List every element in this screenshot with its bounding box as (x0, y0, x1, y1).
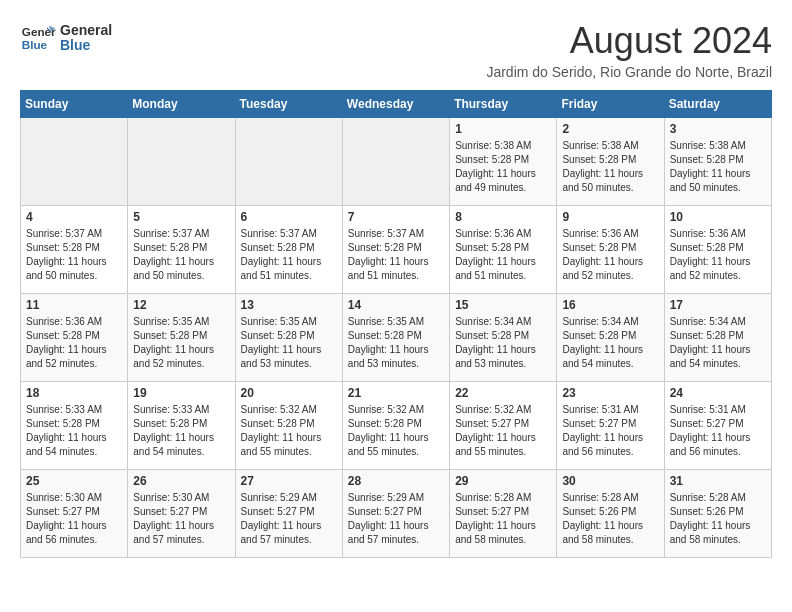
calendar-cell (342, 118, 449, 206)
calendar-cell: 28Sunrise: 5:29 AMSunset: 5:27 PMDayligh… (342, 470, 449, 558)
calendar-day-header: Thursday (450, 91, 557, 118)
day-number: 21 (348, 386, 444, 400)
day-number: 22 (455, 386, 551, 400)
calendar-cell: 6Sunrise: 5:37 AMSunset: 5:28 PMDaylight… (235, 206, 342, 294)
day-number: 24 (670, 386, 766, 400)
day-info: Sunrise: 5:32 AMSunset: 5:28 PMDaylight:… (241, 403, 337, 459)
day-number: 12 (133, 298, 229, 312)
day-info: Sunrise: 5:35 AMSunset: 5:28 PMDaylight:… (348, 315, 444, 371)
day-number: 11 (26, 298, 122, 312)
day-info: Sunrise: 5:29 AMSunset: 5:27 PMDaylight:… (348, 491, 444, 547)
day-number: 26 (133, 474, 229, 488)
day-info: Sunrise: 5:32 AMSunset: 5:28 PMDaylight:… (348, 403, 444, 459)
calendar-week-row: 11Sunrise: 5:36 AMSunset: 5:28 PMDayligh… (21, 294, 772, 382)
logo-blue-text: Blue (60, 38, 112, 53)
day-number: 31 (670, 474, 766, 488)
calendar-cell: 19Sunrise: 5:33 AMSunset: 5:28 PMDayligh… (128, 382, 235, 470)
calendar-cell: 11Sunrise: 5:36 AMSunset: 5:28 PMDayligh… (21, 294, 128, 382)
page-header: General Blue General Blue August 2024 Ja… (20, 20, 772, 80)
calendar-cell (21, 118, 128, 206)
calendar-cell: 3Sunrise: 5:38 AMSunset: 5:28 PMDaylight… (664, 118, 771, 206)
day-number: 4 (26, 210, 122, 224)
calendar-cell: 13Sunrise: 5:35 AMSunset: 5:28 PMDayligh… (235, 294, 342, 382)
calendar-cell: 24Sunrise: 5:31 AMSunset: 5:27 PMDayligh… (664, 382, 771, 470)
day-number: 25 (26, 474, 122, 488)
day-number: 10 (670, 210, 766, 224)
day-number: 28 (348, 474, 444, 488)
calendar-cell: 2Sunrise: 5:38 AMSunset: 5:28 PMDaylight… (557, 118, 664, 206)
calendar-cell: 18Sunrise: 5:33 AMSunset: 5:28 PMDayligh… (21, 382, 128, 470)
day-number: 8 (455, 210, 551, 224)
calendar-week-row: 4Sunrise: 5:37 AMSunset: 5:28 PMDaylight… (21, 206, 772, 294)
logo-general-text: General (60, 23, 112, 38)
day-number: 7 (348, 210, 444, 224)
logo: General Blue General Blue (20, 20, 112, 56)
calendar-cell (235, 118, 342, 206)
day-info: Sunrise: 5:36 AMSunset: 5:28 PMDaylight:… (455, 227, 551, 283)
calendar-cell: 1Sunrise: 5:38 AMSunset: 5:28 PMDaylight… (450, 118, 557, 206)
calendar-day-header: Monday (128, 91, 235, 118)
title-block: August 2024 Jardim do Serido, Rio Grande… (486, 20, 772, 80)
calendar-cell: 4Sunrise: 5:37 AMSunset: 5:28 PMDaylight… (21, 206, 128, 294)
day-info: Sunrise: 5:36 AMSunset: 5:28 PMDaylight:… (26, 315, 122, 371)
day-number: 27 (241, 474, 337, 488)
calendar-cell: 5Sunrise: 5:37 AMSunset: 5:28 PMDaylight… (128, 206, 235, 294)
day-info: Sunrise: 5:31 AMSunset: 5:27 PMDaylight:… (670, 403, 766, 459)
calendar-cell: 17Sunrise: 5:34 AMSunset: 5:28 PMDayligh… (664, 294, 771, 382)
svg-text:Blue: Blue (22, 38, 48, 51)
calendar-cell: 25Sunrise: 5:30 AMSunset: 5:27 PMDayligh… (21, 470, 128, 558)
calendar-header-row: SundayMondayTuesdayWednesdayThursdayFrid… (21, 91, 772, 118)
day-info: Sunrise: 5:30 AMSunset: 5:27 PMDaylight:… (133, 491, 229, 547)
calendar-day-header: Tuesday (235, 91, 342, 118)
day-number: 2 (562, 122, 658, 136)
day-info: Sunrise: 5:36 AMSunset: 5:28 PMDaylight:… (670, 227, 766, 283)
calendar-cell: 23Sunrise: 5:31 AMSunset: 5:27 PMDayligh… (557, 382, 664, 470)
day-info: Sunrise: 5:34 AMSunset: 5:28 PMDaylight:… (670, 315, 766, 371)
day-number: 15 (455, 298, 551, 312)
day-number: 5 (133, 210, 229, 224)
calendar-day-header: Wednesday (342, 91, 449, 118)
calendar-day-header: Sunday (21, 91, 128, 118)
calendar-cell: 16Sunrise: 5:34 AMSunset: 5:28 PMDayligh… (557, 294, 664, 382)
day-number: 20 (241, 386, 337, 400)
day-number: 3 (670, 122, 766, 136)
calendar-cell: 10Sunrise: 5:36 AMSunset: 5:28 PMDayligh… (664, 206, 771, 294)
calendar-day-header: Friday (557, 91, 664, 118)
calendar-day-header: Saturday (664, 91, 771, 118)
calendar-cell: 12Sunrise: 5:35 AMSunset: 5:28 PMDayligh… (128, 294, 235, 382)
day-info: Sunrise: 5:38 AMSunset: 5:28 PMDaylight:… (670, 139, 766, 195)
day-info: Sunrise: 5:32 AMSunset: 5:27 PMDaylight:… (455, 403, 551, 459)
day-number: 18 (26, 386, 122, 400)
calendar-cell: 14Sunrise: 5:35 AMSunset: 5:28 PMDayligh… (342, 294, 449, 382)
day-info: Sunrise: 5:34 AMSunset: 5:28 PMDaylight:… (562, 315, 658, 371)
day-info: Sunrise: 5:35 AMSunset: 5:28 PMDaylight:… (241, 315, 337, 371)
day-info: Sunrise: 5:38 AMSunset: 5:28 PMDaylight:… (455, 139, 551, 195)
day-info: Sunrise: 5:34 AMSunset: 5:28 PMDaylight:… (455, 315, 551, 371)
calendar-cell: 8Sunrise: 5:36 AMSunset: 5:28 PMDaylight… (450, 206, 557, 294)
calendar-cell: 30Sunrise: 5:28 AMSunset: 5:26 PMDayligh… (557, 470, 664, 558)
day-number: 14 (348, 298, 444, 312)
day-info: Sunrise: 5:29 AMSunset: 5:27 PMDaylight:… (241, 491, 337, 547)
calendar-cell: 15Sunrise: 5:34 AMSunset: 5:28 PMDayligh… (450, 294, 557, 382)
day-info: Sunrise: 5:30 AMSunset: 5:27 PMDaylight:… (26, 491, 122, 547)
day-number: 13 (241, 298, 337, 312)
calendar-cell: 7Sunrise: 5:37 AMSunset: 5:28 PMDaylight… (342, 206, 449, 294)
calendar-cell: 26Sunrise: 5:30 AMSunset: 5:27 PMDayligh… (128, 470, 235, 558)
day-info: Sunrise: 5:28 AMSunset: 5:26 PMDaylight:… (562, 491, 658, 547)
calendar-cell: 29Sunrise: 5:28 AMSunset: 5:27 PMDayligh… (450, 470, 557, 558)
month-year-title: August 2024 (486, 20, 772, 62)
day-info: Sunrise: 5:33 AMSunset: 5:28 PMDaylight:… (26, 403, 122, 459)
day-info: Sunrise: 5:37 AMSunset: 5:28 PMDaylight:… (26, 227, 122, 283)
day-info: Sunrise: 5:37 AMSunset: 5:28 PMDaylight:… (133, 227, 229, 283)
day-number: 16 (562, 298, 658, 312)
calendar-week-row: 1Sunrise: 5:38 AMSunset: 5:28 PMDaylight… (21, 118, 772, 206)
day-info: Sunrise: 5:31 AMSunset: 5:27 PMDaylight:… (562, 403, 658, 459)
location-subtitle: Jardim do Serido, Rio Grande do Norte, B… (486, 64, 772, 80)
calendar-week-row: 18Sunrise: 5:33 AMSunset: 5:28 PMDayligh… (21, 382, 772, 470)
day-number: 6 (241, 210, 337, 224)
calendar-cell: 22Sunrise: 5:32 AMSunset: 5:27 PMDayligh… (450, 382, 557, 470)
calendar-cell (128, 118, 235, 206)
logo-icon: General Blue (20, 20, 56, 56)
day-number: 23 (562, 386, 658, 400)
day-info: Sunrise: 5:35 AMSunset: 5:28 PMDaylight:… (133, 315, 229, 371)
